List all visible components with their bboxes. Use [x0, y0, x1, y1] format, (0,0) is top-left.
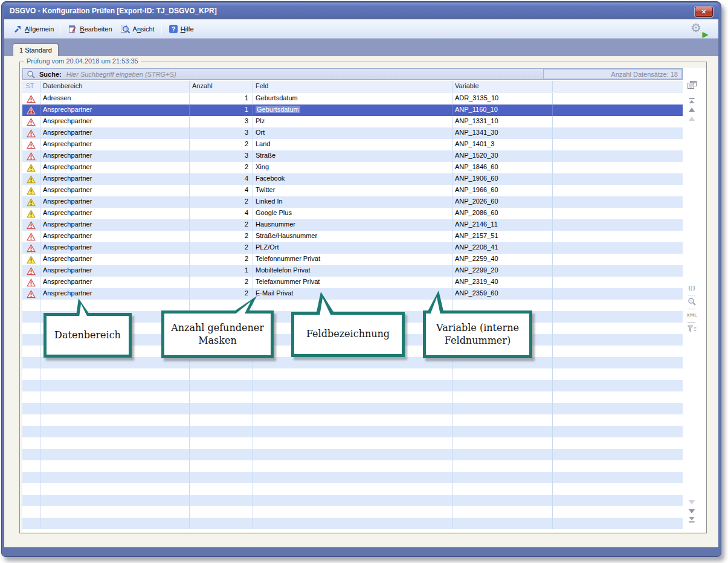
table-row[interactable]: Ansprechpartner2LandANP_1401_3	[22, 139, 683, 150]
tab-standard[interactable]: 1 Standard	[13, 43, 59, 56]
search-label: Suche:	[39, 71, 62, 78]
filter-button[interactable]	[686, 324, 698, 333]
table-row[interactable]: Ansprechpartner2Straße/HausnummerANP_215…	[22, 231, 683, 242]
header-cell-feld[interactable]: Feld	[253, 81, 453, 92]
cell-datenbereich: Ansprechpartner	[40, 277, 190, 288]
brackets-button[interactable]: (|)	[686, 284, 698, 292]
toolbar-item-label: Bearbeiten	[80, 25, 112, 33]
cell-anzahl	[190, 426, 253, 437]
header-cell-st[interactable]: ST	[22, 81, 40, 92]
column-chooser-button[interactable]	[686, 81, 698, 89]
cell-variable: ANP_2146_11	[453, 219, 553, 231]
cell-st	[22, 162, 40, 173]
toolbar-separator	[161, 23, 162, 35]
side-toolbar: (|)XML	[685, 81, 698, 531]
search-input[interactable]: Hier Suchbegriff eingeben (STRG+S)	[66, 71, 176, 78]
scroll-bottom-button[interactable]	[686, 515, 698, 524]
cell-st	[22, 185, 40, 196]
tab-label: 1 Standard	[19, 47, 52, 54]
table-row[interactable]: Ansprechpartner1Mobiltelefon PrivatANP_2…	[22, 265, 683, 277]
cell-datenbereich	[40, 380, 190, 391]
cell-feld	[253, 472, 453, 483]
table-row[interactable]: Ansprechpartner2E-Mail PrivatANP_2359_60	[22, 288, 683, 300]
cell-datenbereich: Ansprechpartner	[40, 173, 190, 185]
scroll-top-icon	[688, 97, 695, 104]
run-configuration-button[interactable]: ⚙ ▶	[689, 21, 707, 37]
cell-feld	[253, 506, 453, 518]
table-row[interactable]: Ansprechpartner3StraßeANP_1520_30	[22, 150, 683, 162]
cell-variable	[453, 300, 553, 311]
cell-anzahl: 2	[190, 139, 253, 150]
cell-filler	[553, 403, 683, 414]
window-title: DSGVO - Konfiguration Prüfen [Export-ID:…	[10, 7, 217, 15]
cell-anzahl: 4	[190, 185, 253, 196]
cell-anzahl	[190, 518, 253, 529]
arrow-up-right-icon	[13, 24, 22, 34]
table-row[interactable]: Ansprechpartner3PlzANP_1331_10	[22, 116, 683, 127]
cell-feld: Mobiltelefon Privat	[253, 265, 453, 277]
up-arrow-disabled-button[interactable]	[686, 114, 698, 123]
zoom-button[interactable]	[686, 297, 698, 306]
table-row[interactable]: Ansprechpartner1GeburtsdatumANP_1160_10	[22, 105, 683, 116]
table-row[interactable]: Ansprechpartner2Telefonnummer PrivatANP_…	[22, 254, 683, 265]
error-warning-icon	[27, 244, 36, 253]
cell-feld	[253, 437, 453, 449]
scroll-top-button[interactable]	[686, 96, 698, 105]
error-warning-icon	[27, 290, 36, 298]
up-arrow-button[interactable]	[686, 105, 698, 114]
toolbar-item-bearbeiten[interactable]: Bearbeiten	[64, 22, 115, 36]
down-arrow-disabled-icon	[688, 500, 695, 505]
header-cell-datenbereich[interactable]: Datenbereich	[40, 81, 190, 92]
title-bar[interactable]: DSGVO - Konfiguration Prüfen [Export-ID:…	[4, 3, 719, 19]
cell-st	[22, 219, 40, 231]
cell-variable: ANP_1966_60	[453, 185, 553, 196]
cell-variable	[453, 437, 553, 449]
table-row[interactable]: Adressen1GeburtsdatumADR_3135_10	[22, 93, 683, 105]
cell-anzahl	[190, 483, 253, 495]
header-cell-variable[interactable]: Variable	[453, 81, 553, 92]
cell-variable: ANP_1906_60	[453, 173, 553, 185]
table-row[interactable]: Ansprechpartner4TwitterANP_1966_60	[22, 185, 683, 196]
table-row[interactable]: Ansprechpartner3OrtANP_1341_30	[22, 127, 683, 139]
xml-button[interactable]: XML	[686, 311, 698, 320]
cell-feld: Twitter	[253, 185, 453, 196]
cell-st	[22, 323, 40, 334]
down-arrow-disabled-button[interactable]	[686, 498, 698, 506]
header-cell-anzahl[interactable]: Anzahl	[190, 81, 253, 92]
cell-filler	[553, 495, 683, 506]
cell-filler	[553, 173, 683, 185]
table-row[interactable]: Ansprechpartner2XingANP_1846_60	[22, 162, 683, 173]
cell-datenbereich	[40, 472, 190, 483]
cell-variable: ANP_1331_10	[453, 116, 553, 127]
cell-anzahl: 2	[190, 196, 253, 208]
gear-icon: ⚙	[691, 21, 701, 35]
toolbar-item-ansicht[interactable]: Ansicht	[116, 22, 158, 36]
table-row[interactable]: Ansprechpartner4FacebookANP_1906_60	[22, 173, 683, 185]
cell-filler	[553, 437, 683, 449]
callout-anzahl: Anzahl gefundener Masken	[161, 310, 274, 358]
cell-feld: Land	[253, 139, 453, 150]
desktop-background: DSGVO - Konfiguration Prüfen [Export-ID:…	[0, 0, 728, 563]
toolbar-item-hilfe[interactable]: ?Hilfe	[165, 22, 198, 36]
table-row[interactable]: Ansprechpartner2HausnummerANP_2146_11	[22, 219, 683, 231]
table-row[interactable]: Ansprechpartner2Linked InANP_2026_60	[22, 196, 683, 208]
table-row-empty	[22, 300, 683, 311]
close-button[interactable]: ✕	[695, 7, 713, 17]
app-window: DSGVO - Konfiguration Prüfen [Export-ID:…	[1, 1, 721, 557]
search-bar[interactable]: Suche: Hier Suchbegriff eingeben (STRG+S…	[22, 68, 683, 80]
cell-st	[22, 391, 40, 403]
toolbar-item-allgemein[interactable]: Allgemein	[9, 22, 57, 36]
cell-anzahl: 1	[190, 265, 253, 277]
cell-datenbereich: Ansprechpartner	[40, 139, 190, 150]
cell-filler	[553, 323, 683, 334]
header-cell-filler[interactable]	[553, 81, 683, 92]
table-row[interactable]: Ansprechpartner2Telefaxnummer PrivatANP_…	[22, 277, 683, 288]
cell-st	[22, 242, 40, 254]
cell-anzahl: 2	[190, 254, 253, 265]
down-arrow-button[interactable]	[686, 507, 698, 515]
cell-filler	[553, 288, 683, 300]
cell-feld	[253, 426, 453, 437]
table-row[interactable]: Ansprechpartner2PLZ/OrtANP_2208_41	[22, 242, 683, 254]
cell-variable: ADR_3135_10	[453, 93, 553, 105]
table-row[interactable]: Ansprechpartner4Google PlusANP_2086_60	[22, 208, 683, 219]
